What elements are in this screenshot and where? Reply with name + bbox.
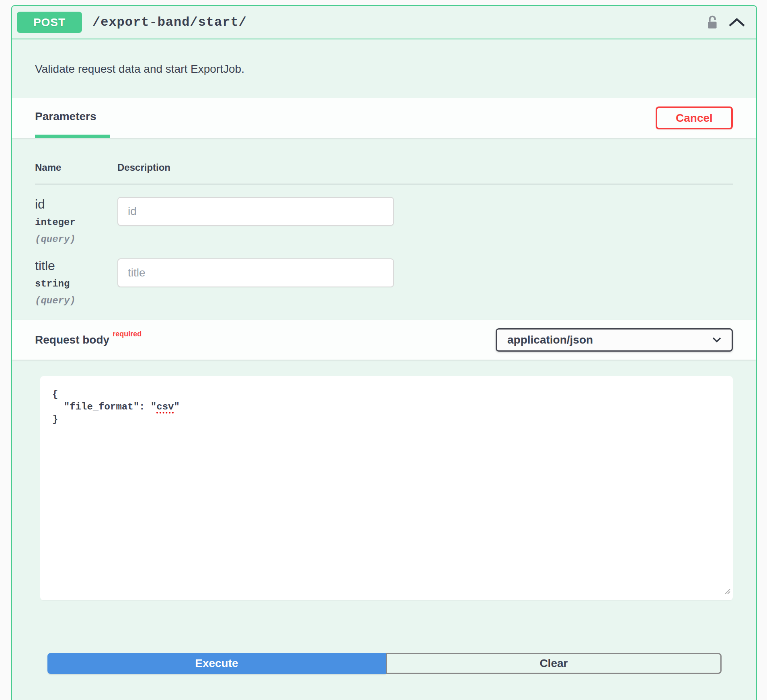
content-type-selected-value: application/json	[507, 334, 593, 346]
content-type-select[interactable]: application/json	[496, 328, 733, 352]
parameter-name: id	[35, 197, 117, 212]
table-row-title-parameter: title string (query)	[35, 258, 733, 313]
required-badge: required	[113, 330, 142, 338]
code-line: "file_format": "csv"	[52, 401, 733, 413]
column-header-description: Description	[117, 162, 170, 173]
operation-block-post: POST /export-band/start/ Validate reques…	[11, 5, 757, 700]
operation-description: Validate request data and start ExportJo…	[12, 39, 756, 77]
execute-button[interactable]: Execute	[47, 653, 386, 674]
parameters-section-header: Parameters Cancel	[12, 98, 756, 138]
parameter-location: (query)	[35, 295, 117, 306]
clear-button[interactable]: Clear	[386, 653, 722, 674]
column-header-name: Name	[35, 162, 117, 173]
http-method-badge: POST	[17, 12, 82, 33]
cancel-button[interactable]: Cancel	[656, 106, 733, 129]
parameters-table-header: Name Description	[35, 162, 733, 173]
request-body-area: { "file_format": "csv" } Execute Clear	[12, 360, 756, 674]
request-body-section-header: Request body required application/json	[12, 320, 756, 360]
parameters-table: Name Description id integer (query) titl…	[12, 138, 756, 313]
chevron-down-icon	[712, 337, 721, 343]
code-line: }	[52, 413, 733, 426]
request-body-editor[interactable]: { "file_format": "csv" }	[40, 376, 733, 600]
request-body-label: Request body	[35, 334, 109, 346]
spellcheck-underlined-value: csv	[156, 401, 174, 412]
table-row-id-parameter: id integer (query)	[35, 197, 733, 251]
action-buttons-row: Execute Clear	[47, 653, 722, 674]
collapse-chevron-up-icon[interactable]	[728, 17, 746, 28]
parameter-type: integer	[35, 217, 117, 228]
parameter-type: string	[35, 278, 117, 289]
endpoint-path: /export-band/start/	[92, 15, 247, 30]
code-line: {	[52, 388, 733, 401]
operation-summary[interactable]: POST /export-band/start/	[12, 6, 756, 39]
tab-parameters: Parameters	[35, 98, 110, 138]
spacer	[12, 77, 756, 98]
id-parameter-input[interactable]	[117, 197, 394, 226]
parameter-name: title	[35, 258, 117, 273]
auth-unlock-icon[interactable]	[705, 14, 719, 31]
resize-grip-icon[interactable]	[724, 586, 731, 598]
parameter-location: (query)	[35, 234, 117, 245]
title-parameter-input[interactable]	[117, 258, 394, 287]
